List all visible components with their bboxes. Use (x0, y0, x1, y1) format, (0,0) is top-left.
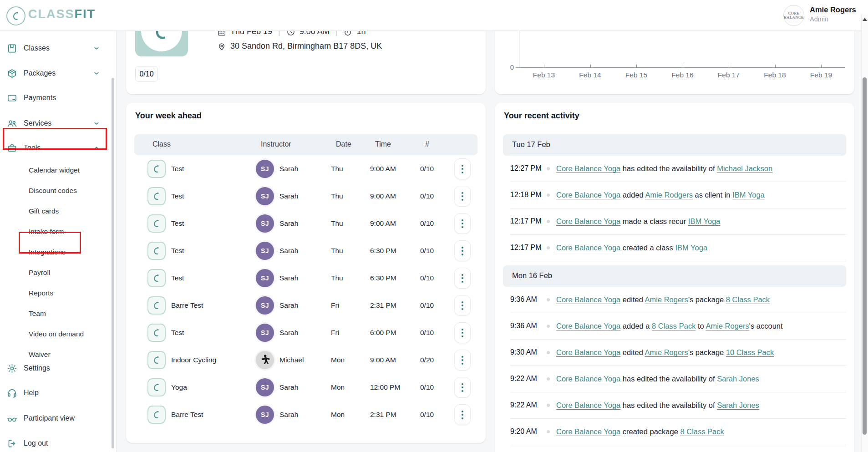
x-tick-label: Feb 14 (572, 71, 609, 79)
sidebar-subitem-gift-cards[interactable]: Gift cards (0, 202, 116, 220)
sidebar-item-services[interactable]: Services (0, 114, 116, 132)
activity-link-core-balance-yoga[interactable]: Core Balance Yoga (556, 217, 620, 225)
sidebar-item-tools[interactable]: Tools (0, 139, 116, 157)
activity-link-core-balance-yoga[interactable]: Core Balance Yoga (556, 348, 620, 356)
class-time: 6:30 PM (370, 247, 396, 255)
row-menu-button[interactable] (454, 295, 471, 316)
activity-link-core-balance-yoga[interactable]: Core Balance Yoga (556, 191, 620, 199)
activity-link-core-balance-yoga[interactable]: Core Balance Yoga (556, 375, 620, 383)
activity-message: Core Balance Yoga created a class IBM Yo… (556, 244, 707, 252)
activity-link-8-class-pack[interactable]: 8 Class Pack (680, 427, 724, 436)
sidebar-item-participant-view[interactable]: Participant view (0, 409, 116, 427)
activity-link-core-balance-yoga[interactable]: Core Balance Yoga (556, 244, 620, 252)
activity-message: Core Balance Yoga has edited the availab… (556, 375, 759, 383)
row-menu-button[interactable] (454, 268, 471, 289)
sidebar-scrollbar-thumb[interactable] (112, 78, 114, 448)
activity-link-ibm-yoga[interactable]: IBM Yoga (675, 244, 707, 252)
y-tick (516, 67, 519, 68)
activity-link-ibm-yoga[interactable]: IBM Yoga (688, 217, 721, 225)
activity-link-amie-rogers[interactable]: Amie Rogers (645, 348, 688, 356)
activity-link-core-balance-yoga[interactable]: Core Balance Yoga (556, 322, 620, 330)
activity-link-amie-rodgers[interactable]: Amie Rodgers (645, 191, 693, 199)
row-menu-button[interactable] (454, 186, 471, 207)
row-menu-button[interactable] (454, 158, 471, 179)
row-menu-button[interactable] (454, 350, 471, 371)
week-row: Barre TestSJSarahMon2:31 PM0/10 (134, 401, 477, 428)
activity-link-core-balance-yoga[interactable]: Core Balance Yoga (556, 164, 620, 173)
activity-link-michael-jackson[interactable]: Michael Jackson (717, 164, 772, 173)
activity-time: 12:17 PM (510, 217, 541, 225)
chevron-up-icon (92, 144, 101, 152)
user-name: Amie Rogers (810, 5, 856, 14)
instructor-name: Sarah (279, 165, 298, 173)
sidebar-item-settings[interactable]: Settings (0, 359, 116, 377)
activity-entry: 12:18 PMCore Balance Yoga added Amie Rod… (495, 182, 854, 208)
column-header-date: Date (336, 140, 351, 148)
class-name: Test (171, 192, 184, 200)
instructor-name: Sarah (279, 192, 298, 200)
class-time: 9:00 AM (370, 165, 396, 173)
activity-link-8-class-pack[interactable]: 8 Class Pack (726, 295, 770, 304)
sidebar-item-help[interactable]: Help (0, 384, 116, 402)
classfit-logo-icon[interactable] (6, 6, 25, 25)
class-day: Fri (331, 301, 339, 310)
scrollbar-up-arrow-icon[interactable] (863, 18, 867, 21)
class-logo-icon (147, 324, 166, 342)
sidebar-subitem-integrations[interactable]: Integrations (0, 243, 116, 261)
row-menu-button[interactable] (454, 240, 471, 261)
activity-entry: 12:17 PMCore Balance Yoga made a class r… (495, 208, 854, 235)
row-menu-button[interactable] (454, 322, 471, 343)
glasses-icon (7, 413, 17, 424)
activity-link-core-balance-yoga[interactable]: Core Balance Yoga (556, 427, 620, 436)
week-row: YogaSJSarahMon12:00 PM0/10 (134, 374, 477, 401)
x-tick-label: Feb 18 (757, 71, 793, 79)
activity-link-core-balance-yoga[interactable]: Core Balance Yoga (556, 401, 620, 409)
classfit-wordmark[interactable]: CLASSFIT (28, 7, 96, 21)
activity-link-amie-rogers[interactable]: Amie Rogers (706, 322, 749, 330)
class-time: 9:00 AM (370, 219, 396, 228)
row-menu-button[interactable] (454, 377, 471, 398)
sidebar-item-payments[interactable]: Payments (0, 89, 116, 107)
activity-message: Core Balance Yoga created package 8 Clas… (556, 427, 724, 436)
sidebar-subitem-discount-codes[interactable]: Discount codes (0, 182, 116, 200)
row-menu-button[interactable] (454, 213, 471, 234)
activity-link-core-balance-yoga[interactable]: Core Balance Yoga (556, 295, 620, 304)
x-tick (590, 65, 591, 68)
activity-link-8-class-pack[interactable]: 8 Class Pack (652, 322, 695, 330)
activity-link-amie-rogers[interactable]: Amie Rogers (645, 295, 688, 304)
x-tick (636, 65, 637, 68)
sidebar-item-classes[interactable]: Classes (0, 39, 116, 57)
row-divider (510, 445, 846, 445)
activity-time: 9:36 AM (510, 322, 537, 330)
sidebar-subitem-intake-form[interactable]: Intake form (0, 223, 116, 241)
class-capacity: 0/20 (420, 356, 434, 364)
activity-link-sarah-jones[interactable]: Sarah Jones (717, 375, 759, 383)
chevron-down-icon (92, 119, 101, 127)
sidebar-subitem-payroll[interactable]: Payroll (0, 264, 116, 282)
sidebar-subitem-video-on-demand[interactable]: Video on demand (0, 325, 116, 343)
book-icon (7, 43, 17, 54)
row-menu-button[interactable] (454, 404, 471, 425)
package-icon (7, 68, 17, 79)
sidebar-item-log-out[interactable]: Log out (0, 434, 116, 452)
class-day: Thu (331, 165, 343, 173)
activity-time: 12:17 PM (510, 244, 541, 252)
class-logo-icon (147, 269, 166, 287)
activity-link-10-class-pack[interactable]: 10 Class Pack (726, 348, 774, 356)
page-scrollbar-thumb[interactable] (863, 77, 867, 435)
activity-message: Core Balance Yoga made a class recur IBM… (556, 217, 720, 226)
sidebar-subitem-calendar-widget[interactable]: Calendar widget (0, 161, 116, 179)
instructor-avatar: SJ (256, 269, 274, 287)
sidebar-subitem-reports[interactable]: Reports (0, 284, 116, 302)
activity-link-sarah-jones[interactable]: Sarah Jones (717, 401, 759, 409)
column-header-instructor: Instructor (261, 140, 291, 148)
y-tick-label: 0 (503, 63, 514, 71)
class-logo-icon (147, 296, 166, 315)
activity-link-ibm-yoga[interactable]: IBM Yoga (732, 191, 765, 199)
week-row: Barre TestSJSarahFri2:31 PM0/10 (134, 292, 477, 319)
class-logo-icon (147, 214, 166, 233)
instructor-name: Sarah (279, 274, 298, 282)
page-scrollbar[interactable] (861, 14, 868, 452)
sidebar-subitem-team[interactable]: Team (0, 305, 116, 323)
sidebar-item-packages[interactable]: Packages (0, 64, 116, 82)
